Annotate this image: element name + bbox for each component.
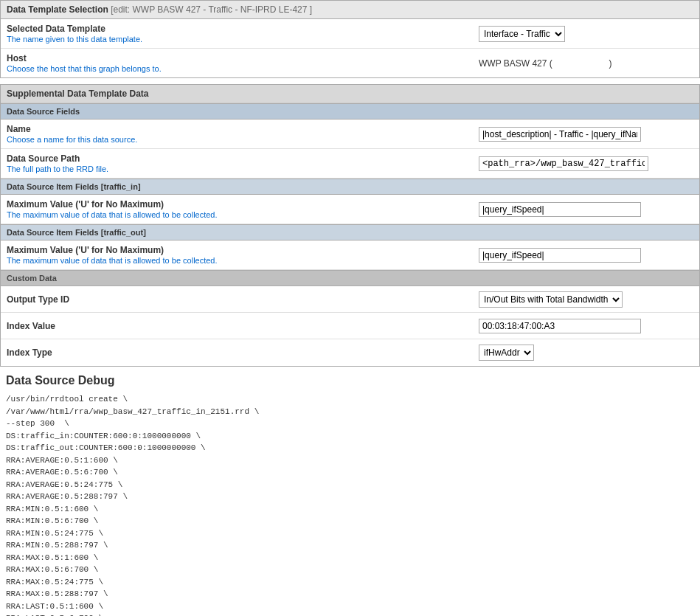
name-label: Name [7, 124, 467, 134]
selected-template-select[interactable]: Interface - Traffic [479, 26, 565, 42]
name-value-col [473, 124, 699, 145]
selected-template-value-col: Interface - Traffic [473, 23, 699, 45]
supplemental-panel: Supplemental Data Template Data Data Sou… [0, 84, 700, 367]
header-edit-info: [edit: WWP BASW 427 - Traffic - NF-IPRD … [111, 4, 312, 15]
output-type-row: Output Type ID In/Out Bits with Total Ba… [1, 286, 699, 313]
traffic-in-max-desc: The maximum value of data that is allowe… [7, 210, 467, 219]
index-value-label: Index Value [7, 321, 467, 331]
ds-path-label: Data Source Path [7, 153, 467, 164]
traffic-in-max-label: Maximum Value ('U' for No Maximum) [7, 199, 467, 210]
top-section: Selected Data Template The name given to… [0, 19, 700, 78]
traffic-out-max-label-col: Maximum Value ('U' for No Maximum) The m… [1, 240, 473, 269]
name-desc: Choose a name for this data source. [7, 135, 467, 144]
index-value-label-col: Index Value [1, 316, 473, 336]
debug-code: /usr/bin/rrdtool create \ /var/www/html/… [6, 393, 694, 616]
name-label-col: Name Choose a name for this data source. [1, 120, 473, 148]
traffic-out-max-label: Maximum Value ('U' for No Maximum) [7, 245, 467, 255]
index-type-value-col: ifHwAddr [473, 342, 699, 364]
host-label: Host [7, 53, 467, 63]
ds-path-input[interactable] [479, 156, 648, 171]
header-title: Data Template Selection [7, 4, 108, 15]
traffic-out-max-desc: The maximum value of data that is allowe… [7, 256, 467, 265]
host-desc: Choose the host that this graph belongs … [7, 64, 467, 73]
debug-section: Data Source Debug /usr/bin/rrdtool creat… [0, 367, 700, 616]
traffic-in-max-value-col [473, 199, 699, 220]
index-type-select[interactable]: ifHwAddr [479, 345, 534, 361]
index-type-label: Index Type [7, 347, 467, 358]
output-type-label-col: Output Type ID [1, 290, 473, 309]
supplemental-header: Supplemental Data Template Data [1, 85, 699, 103]
traffic-out-max-input[interactable] [479, 248, 641, 263]
host-label-col: Host Choose the host that this graph bel… [1, 49, 473, 77]
name-input[interactable] [479, 127, 641, 142]
index-value-input[interactable] [479, 319, 641, 333]
selected-template-label: Selected Data Template [7, 24, 467, 34]
debug-title: Data Source Debug [6, 374, 694, 387]
output-type-value-col: In/Out Bits with Total Bandwidth [473, 288, 699, 311]
ds-fields-header: Data Source Fields [1, 103, 699, 120]
ds-path-label-col: Data Source Path The full path to the RR… [1, 149, 473, 178]
host-value-col: WWP BASW 427 ( ) [473, 55, 699, 72]
traffic-out-max-value-col [473, 245, 699, 266]
output-type-label: Output Type ID [7, 294, 467, 305]
ds-item-traffic-in-header: Data Source Item Fields [traffic_in] [1, 179, 699, 195]
output-type-select[interactable]: In/Out Bits with Total Bandwidth [479, 291, 623, 308]
index-type-label-col: Index Type [1, 343, 473, 362]
ds-item-traffic-out-header: Data Source Item Fields [traffic_out] [1, 224, 699, 240]
ds-path-value-col [473, 153, 699, 174]
selected-template-desc: The name given to this data template. [7, 35, 467, 44]
ds-path-desc: The full path to the RRD file. [7, 165, 467, 173]
page-header: Data Template Selection [edit: WWP BASW … [0, 0, 700, 19]
host-row: Host Choose the host that this graph bel… [1, 49, 699, 77]
index-type-row: Index Type ifHwAddr [1, 339, 699, 366]
host-value: WWP BASW 427 ( ) [479, 58, 611, 69]
index-value-row: Index Value [1, 313, 699, 339]
selected-template-row: Selected Data Template The name given to… [1, 19, 699, 49]
traffic-in-max-label-col: Maximum Value ('U' for No Maximum) The m… [1, 195, 473, 224]
ds-path-row: Data Source Path The full path to the RR… [1, 149, 699, 179]
traffic-in-max-row: Maximum Value ('U' for No Maximum) The m… [1, 195, 699, 224]
traffic-in-max-input[interactable] [479, 202, 641, 217]
traffic-out-max-row: Maximum Value ('U' for No Maximum) The m… [1, 240, 699, 270]
name-row: Name Choose a name for this data source. [1, 120, 699, 149]
custom-data-header: Custom Data [1, 270, 699, 286]
page-wrapper: Data Template Selection [edit: WWP BASW … [0, 0, 700, 616]
selected-template-label-col: Selected Data Template The name given to… [1, 19, 473, 48]
index-value-value-col [473, 316, 699, 336]
